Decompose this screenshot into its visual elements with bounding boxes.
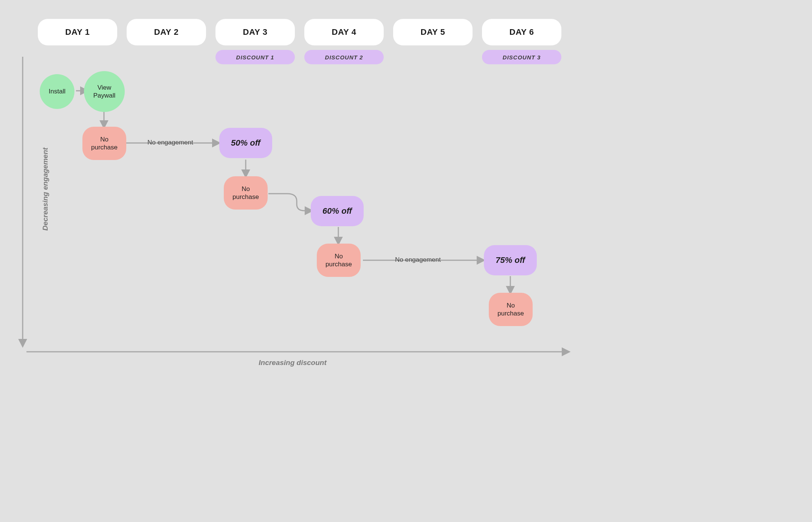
edge-label-no-engagement-1: No engagement xyxy=(147,139,193,146)
day-header-4: DAY 4 xyxy=(304,19,384,45)
day-header-6: DAY 6 xyxy=(482,19,561,45)
discount-tag-2: DISCOUNT 2 xyxy=(304,50,384,64)
node-view-paywall: View Paywall xyxy=(84,71,125,112)
axis-x-label: Increasing discount xyxy=(259,359,326,367)
discount-tag-3: DISCOUNT 3 xyxy=(482,50,561,64)
node-50-off: 50% off xyxy=(219,128,272,158)
day-header-3: DAY 3 xyxy=(215,19,295,45)
day-header-5: DAY 5 xyxy=(393,19,473,45)
edge-label-no-engagement-2: No engagement xyxy=(395,256,441,264)
node-75-off: 75% off xyxy=(484,245,537,275)
node-60-off: 60% off xyxy=(311,196,364,226)
node-no-purchase-4: No purchase xyxy=(489,293,533,326)
axis-y-label: Decreasing engagement xyxy=(41,148,50,231)
diagram-canvas: DAY 1 DAY 2 DAY 3 DAY 4 DAY 5 DAY 6 DISC… xyxy=(0,0,585,376)
day-header-1: DAY 1 xyxy=(38,19,117,45)
node-no-purchase-2: No purchase xyxy=(224,176,268,210)
node-no-purchase-1: No purchase xyxy=(82,127,126,160)
day-header-2: DAY 2 xyxy=(127,19,206,45)
discount-tag-1: DISCOUNT 1 xyxy=(215,50,295,64)
node-no-purchase-3: No purchase xyxy=(317,244,361,277)
node-install: Install xyxy=(40,74,74,109)
